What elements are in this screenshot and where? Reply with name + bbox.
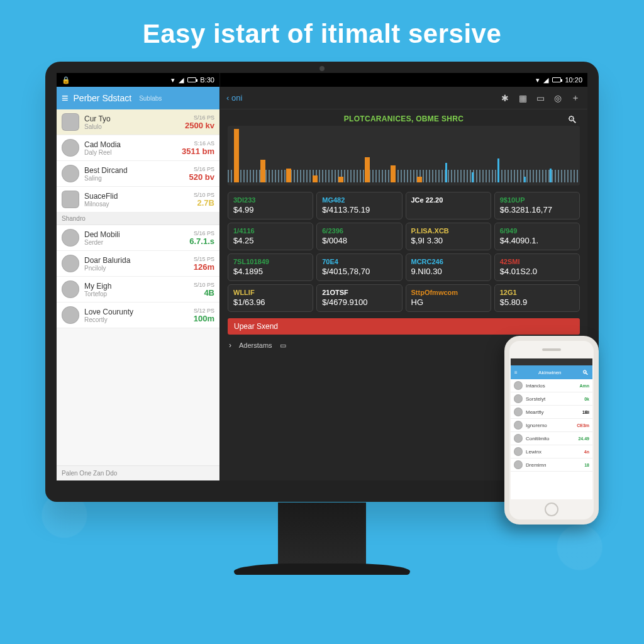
chart-bar <box>524 177 526 182</box>
hero-title: Easy istart of itimalt sersive <box>0 0 644 62</box>
item-subtitle: Recortly <box>84 316 189 323</box>
search-icon[interactable]: 🔍︎ <box>567 114 577 126</box>
signal-icon: ◢ <box>543 76 548 84</box>
list-item[interactable]: Dremimn18 <box>511 458 592 472</box>
tile[interactable]: 42SMI$4.01S2.0 <box>494 253 580 281</box>
card-icon[interactable]: ▭ <box>280 341 286 350</box>
item-title: Lewinx <box>526 449 581 455</box>
avatar <box>514 434 523 443</box>
list-item[interactable]: IntandosAmn <box>511 379 592 392</box>
chevron-right-icon[interactable]: › <box>229 341 231 350</box>
tile-code: 70E4 <box>322 258 396 265</box>
tile-price: $4.4090.1. <box>500 236 574 245</box>
tile[interactable]: SttpOfmwcomHG <box>406 284 491 312</box>
tile[interactable]: 7SL101849$4.1895 <box>228 253 313 281</box>
list-item[interactable]: IgnoremoCE3m <box>511 419 592 432</box>
item-time: S/16 PS <box>189 166 214 172</box>
item-value: 6.7.1.s <box>189 236 214 246</box>
back-button[interactable]: ‹ oni <box>226 93 242 103</box>
list-item[interactable]: Cur TyoSaluloS/16 PS2500 kv <box>57 109 219 135</box>
tile[interactable]: P.LISA.XCB$,9I 3.30 <box>406 223 491 250</box>
chart-bar <box>445 163 447 183</box>
item-value: 0k <box>584 397 589 401</box>
item-subtitle: Milnosay <box>84 201 189 208</box>
clock: 10:20 <box>565 76 582 84</box>
chart-bar <box>417 177 422 182</box>
item-subtitle: Serder <box>84 239 184 246</box>
list-item[interactable]: Best DircandSalingS/16 PS520 bv <box>57 161 219 187</box>
left-list[interactable]: Cur TyoSaluloS/16 PS2500 kvCad ModiaDaly… <box>57 109 219 465</box>
avatar <box>62 139 79 157</box>
item-title: Meartfly <box>526 409 579 415</box>
tile[interactable]: 9$10UP$6.3281.16,77 <box>494 192 580 219</box>
hamburger-icon[interactable]: ≡ <box>514 370 518 375</box>
tile-code: P.LISA.XCB <box>411 227 486 235</box>
item-value: 520 bv <box>189 172 214 182</box>
avatar <box>62 306 79 324</box>
tile[interactable]: MG482$/4113.75.19 <box>316 192 402 219</box>
tile-code: 3Dl233 <box>233 196 308 204</box>
phone-title: Akinwinen <box>538 370 561 375</box>
card-icon[interactable]: ▭ <box>535 92 546 104</box>
search-icon[interactable]: 🔍︎ <box>582 369 589 376</box>
hamburger-icon[interactable]: ≡ <box>62 92 69 105</box>
alert-bar[interactable]: Upear Sxend <box>228 318 580 335</box>
list-item[interactable]: Conitilmito24.49 <box>511 432 592 445</box>
tile[interactable]: 3Dl233$4.99 <box>228 192 313 219</box>
left-header: ≡ Perber Sdstact Sublabs <box>57 87 219 109</box>
tile-price: 9.NI0.30 <box>411 267 486 276</box>
item-title: Cur Tyo <box>84 114 180 123</box>
item-time: S/10 PS <box>194 192 214 198</box>
tile-price: $4.99 <box>233 205 308 214</box>
chart[interactable] <box>228 126 580 186</box>
item-value: 2.7B <box>194 198 214 208</box>
tile-price: $1/63.96 <box>233 297 308 307</box>
tile[interactable]: 6/949$4.4090.1. <box>494 223 580 250</box>
list-item[interactable]: Ded MobiliSerderS/16 PS6.7.1.s <box>57 225 219 251</box>
avatar <box>514 421 523 430</box>
right-header: ‹ oni ✱ ▦ ▭ ◎ ＋ <box>220 87 587 109</box>
tile-price: $4.1895 <box>233 267 308 276</box>
chart-bar <box>338 177 343 182</box>
item-value: 3511 bm <box>182 147 214 156</box>
tile[interactable]: MCRC2469.NI0.30 <box>406 253 491 281</box>
chart-bar <box>550 169 552 183</box>
bottom-label[interactable]: Aderstams <box>239 341 272 349</box>
item-value: 1Bi <box>582 410 589 414</box>
item-time: S:16 AS <box>182 140 214 147</box>
list-item[interactable]: Sorstelyt0k <box>511 392 592 406</box>
grid-icon[interactable]: ▦ <box>517 92 528 104</box>
avatar <box>514 381 523 390</box>
tile[interactable]: 1/4116$4.25 <box>228 223 313 250</box>
left-footer: Palen One Zan Ddo <box>57 465 219 480</box>
list-item[interactable]: Doar BaluridaPncilolyS/15 PS126m <box>57 251 219 277</box>
tile[interactable]: WLLIF$1/63.96 <box>228 284 313 312</box>
list-item[interactable]: SuaceFlidMilnosayS/10 PS2.7B <box>57 187 219 213</box>
home-button[interactable] <box>545 502 558 516</box>
list-item[interactable]: Love CouruntyRecortlyS/12 PS100m <box>57 303 219 328</box>
chart-bar <box>391 165 396 182</box>
avatar <box>62 229 79 247</box>
item-time: S/16 PS <box>185 114 214 121</box>
target-icon[interactable]: ◎ <box>552 92 564 104</box>
tile[interactable]: 12G1$5.80.9 <box>494 284 580 312</box>
item-title: Doar Balurida <box>84 256 189 265</box>
battery-icon <box>552 77 561 82</box>
tile[interactable]: 70E4$/4015,78,70 <box>316 253 402 281</box>
item-title: Sorstelyt <box>526 396 581 402</box>
item-subtitle: Pnciloly <box>84 265 189 272</box>
list-item[interactable]: Lewinx4n <box>511 445 592 458</box>
star-icon[interactable]: ✱ <box>499 92 511 104</box>
tile[interactable]: 21OTSF$/4679.9100 <box>316 284 402 312</box>
list-item[interactable]: Meartfly1Bi <box>511 406 592 419</box>
list-item[interactable]: Cad ModiaDaly ReelS:16 AS3511 bm <box>57 135 219 161</box>
plus-icon[interactable]: ＋ <box>570 92 581 104</box>
tile[interactable]: 6/2396$/0048 <box>316 223 402 250</box>
item-subtitle: Tortefop <box>84 291 189 297</box>
tile[interactable]: JCe 22.20 <box>406 192 491 219</box>
phone-mockup: ≡ Akinwinen 🔍︎ IntandosAmnSorstelyt0kMea… <box>504 336 599 525</box>
tile-price: $/4015,78,70 <box>322 267 396 276</box>
phone-list[interactable]: IntandosAmnSorstelyt0kMeartfly1BiIgnorem… <box>511 379 592 472</box>
chart-bar <box>472 172 474 182</box>
list-item[interactable]: My EighTortefopS/10 PS4B <box>57 277 219 303</box>
